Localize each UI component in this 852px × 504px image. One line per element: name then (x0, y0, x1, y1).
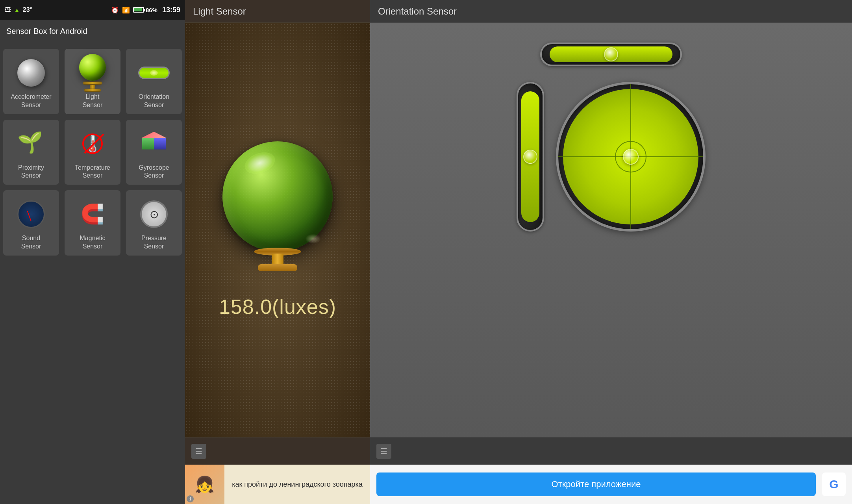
temperature-status: 23° (23, 6, 32, 13)
temperature-icon (79, 130, 106, 158)
right-panel: Orientation Sensor (370, 0, 852, 504)
clock: 13:59 (162, 6, 180, 14)
pressure-label: PressureSensor (141, 234, 167, 251)
pressure-icon (140, 200, 168, 228)
app-header: 🖼 ▲ 23° ⏰ 📶 86% 13:59 Sensor Box for And… (0, 0, 185, 20)
level-horizontal (540, 43, 682, 66)
middle-footer: ☰ (185, 437, 370, 465)
circular-bubble (623, 149, 639, 165)
sensor-item-light[interactable]: LightSensor (65, 49, 120, 114)
accelerometer-label: AccelerometerSensor (11, 93, 51, 109)
magnetic-icon (79, 202, 106, 226)
light-icon-wrap (75, 55, 110, 91)
cube-left (142, 138, 154, 150)
level-bubble-vertical (523, 150, 537, 164)
sensor-grid: AccelerometerSensor LightSensor (0, 43, 185, 504)
google-icon[interactable]: G (822, 472, 846, 496)
sensor-item-temperature[interactable]: TemperatureSensor (65, 120, 120, 185)
gyroscope-icon-wrap (136, 126, 172, 161)
sound-label: SoundSensor (21, 234, 41, 251)
middle-panel-title: Light Sensor (193, 6, 246, 17)
level-vertical (517, 82, 544, 232)
proximity-label: ProximitySensor (18, 164, 44, 180)
open-app-button[interactable]: Откройте приложение (376, 472, 816, 496)
sound-icon (17, 200, 45, 228)
battery-percent: 86% (146, 7, 157, 13)
level-bottom-area (517, 82, 706, 232)
right-panel-title: Orientation Sensor (378, 6, 457, 17)
ad-text: как пройти до ленинградского зоопарка (224, 480, 370, 489)
light-ball-icon (79, 54, 106, 81)
alarm-icon: ⏰ (111, 6, 119, 14)
photo-icon: 🖼 (5, 6, 11, 13)
orientation-icon (138, 67, 170, 79)
app-title: Sensor Box for Android (6, 27, 87, 36)
right-footer: ☰ (370, 437, 852, 465)
crystal-ball-container (215, 141, 341, 283)
sensor-item-magnetic[interactable]: MagneticSensor (65, 190, 120, 256)
sensor-item-gyroscope[interactable]: GyroscopeSensor (126, 120, 182, 185)
crystal-ball (222, 141, 333, 252)
no-sign (82, 133, 103, 154)
note-icon[interactable]: ☰ (191, 444, 206, 459)
sensor-item-pressure[interactable]: PressureSensor (126, 190, 182, 256)
level-bubble-horizontal (604, 47, 618, 61)
stand-middle (272, 254, 283, 265)
light-sensor-content: 158.0(luxes) (185, 23, 370, 437)
proximity-icon-wrap (13, 126, 49, 161)
left-panel: 🖼 ▲ 23° ⏰ 📶 86% 13:59 Sensor Box for And… (0, 0, 185, 504)
middle-ad[interactable]: 👧 как пройти до ленинградского зоопарка … (185, 465, 370, 504)
middle-header: Light Sensor (185, 0, 370, 23)
sensor-item-accelerometer[interactable]: AccelerometerSensor (3, 49, 59, 114)
orientation-icon-wrap (136, 55, 172, 91)
middle-panel: Light Sensor 158.0(luxes) ☰ 👧 (185, 0, 370, 504)
orientation-label: OrientationSensor (139, 93, 169, 109)
sensor-item-orientation[interactable]: OrientationSensor (126, 49, 182, 114)
battery-indicator: 86% (133, 7, 157, 13)
orientation-content (370, 23, 852, 437)
level-circular (556, 82, 706, 232)
sensor-item-sound[interactable]: SoundSensor (3, 190, 59, 256)
magnetic-icon-wrap (75, 196, 110, 232)
app-container: 🖼 ▲ 23° ⏰ 📶 86% 13:59 Sensor Box for And… (0, 0, 852, 504)
light-ball-stand-base (84, 89, 101, 92)
right-header: Orientation Sensor (370, 0, 852, 23)
pressure-icon-wrap (136, 196, 172, 232)
accelerometer-icon (17, 59, 45, 87)
light-ball-stand-top (83, 82, 102, 85)
cube-right (154, 138, 166, 150)
right-cta-bar: Откройте приложение G (370, 465, 852, 504)
sensor-item-proximity[interactable]: ProximitySensor (3, 120, 59, 185)
sound-icon-wrap (13, 196, 49, 232)
right-note-icon[interactable]: ☰ (376, 444, 391, 459)
gyroscope-label: GyroscopeSensor (139, 164, 169, 180)
ad-info-icon[interactable]: ℹ (187, 495, 194, 502)
light-label: LightSensor (83, 93, 103, 109)
gauge-needle (27, 211, 31, 222)
gyroscope-icon (142, 132, 166, 156)
wifi-status-icon: 📶 (122, 6, 130, 14)
stand-base (258, 264, 297, 271)
light-ball-stand-mid (90, 85, 95, 89)
magnetic-label: MagneticSensor (80, 234, 106, 251)
temperature-label: TemperatureSensor (75, 164, 110, 180)
light-value: 158.0(luxes) (219, 295, 336, 319)
wifi-icon: ▲ (14, 7, 20, 13)
temperature-icon-wrap (75, 126, 110, 161)
accelerometer-icon-wrap (13, 55, 49, 91)
ball-stand (254, 248, 301, 271)
proximity-icon (17, 132, 45, 156)
